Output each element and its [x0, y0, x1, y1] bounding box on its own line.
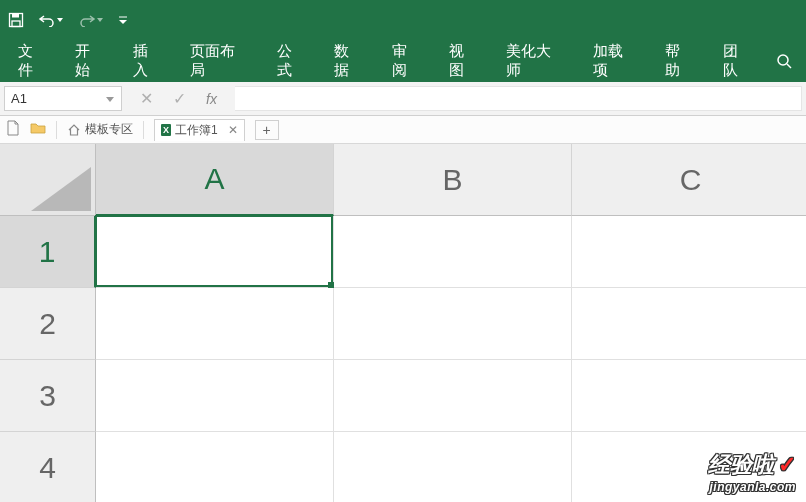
svg-point-4	[778, 55, 788, 65]
cell-c2[interactable]	[572, 288, 806, 360]
search-icon	[776, 53, 792, 69]
column-header-b[interactable]: B	[334, 144, 572, 216]
ribbon-tab-help[interactable]: 帮助	[651, 40, 708, 82]
new-file-button[interactable]	[6, 120, 20, 139]
redo-button	[78, 13, 104, 27]
ribbon-tab-insert[interactable]: 插入	[119, 40, 176, 82]
undo-icon	[38, 13, 56, 27]
cell-c3[interactable]	[572, 360, 806, 432]
template-zone-button[interactable]: 模板专区	[67, 121, 133, 138]
caret-down-icon	[105, 96, 115, 104]
row-header-1[interactable]: 1	[0, 216, 96, 288]
formula-bar: ✕ ✓ fx	[0, 82, 806, 116]
ribbon-search-button[interactable]	[766, 40, 802, 82]
insert-function-button[interactable]: fx	[206, 91, 217, 107]
row-header-4[interactable]: 4	[0, 432, 96, 502]
caret-down-icon	[56, 16, 64, 24]
excel-icon: X	[161, 124, 171, 136]
separator	[56, 121, 57, 139]
close-tab-button[interactable]: ✕	[228, 123, 238, 137]
ribbon-tab-home[interactable]: 开始	[61, 40, 118, 82]
column-headers: A B C	[96, 144, 806, 216]
template-zone-label: 模板专区	[85, 121, 133, 138]
cell-b2[interactable]	[334, 288, 572, 360]
add-tab-button[interactable]: +	[255, 120, 279, 140]
quick-access-toolbar	[8, 12, 128, 28]
column-header-c[interactable]: C	[572, 144, 806, 216]
ribbon-tab-pagelayout[interactable]: 页面布局	[176, 40, 263, 82]
name-box[interactable]	[4, 86, 122, 111]
cell-a2[interactable]	[96, 288, 334, 360]
workbook-tab[interactable]: X 工作簿1 ✕	[154, 119, 245, 141]
formula-buttons: ✕ ✓ fx	[122, 82, 235, 115]
cell-a3[interactable]	[96, 360, 334, 432]
column-header-a[interactable]: A	[96, 144, 334, 216]
cell-b4[interactable]	[334, 432, 572, 502]
ribbon-tab-review[interactable]: 审阅	[378, 40, 435, 82]
ribbon-tab-file[interactable]: 文件	[4, 40, 61, 82]
row-headers: 1 2 3 4	[0, 216, 96, 502]
title-bar	[0, 0, 806, 40]
select-all-corner[interactable]	[0, 144, 96, 216]
name-box-input[interactable]	[11, 91, 83, 106]
cell-a4[interactable]	[96, 432, 334, 502]
workbook-tab-label: 工作簿1	[175, 122, 218, 139]
svg-rect-2	[12, 21, 20, 27]
file-tabs-bar: 模板专区 X 工作簿1 ✕ +	[0, 116, 806, 144]
ribbon-tab-team[interactable]: 团队	[709, 40, 766, 82]
ribbon-tab-view[interactable]: 视图	[435, 40, 492, 82]
redo-icon	[78, 13, 96, 27]
name-box-dropdown[interactable]	[105, 90, 115, 108]
ribbon-tab-data[interactable]: 数据	[320, 40, 377, 82]
undo-button[interactable]	[38, 13, 64, 27]
formula-input[interactable]	[235, 86, 802, 111]
caret-down-icon	[118, 15, 128, 25]
sheet-grid[interactable]: A B C 1 2 3 4	[0, 144, 806, 502]
cell-c4[interactable]	[572, 432, 806, 502]
cancel-formula-button: ✕	[140, 89, 153, 108]
folder-icon	[30, 121, 46, 135]
cell-b3[interactable]	[334, 360, 572, 432]
row-header-3[interactable]: 3	[0, 360, 96, 432]
ribbon-tabs: 文件 开始 插入 页面布局 公式 数据 审阅 视图 美化大师 加载项 帮助 团队	[0, 40, 806, 82]
open-folder-button[interactable]	[30, 121, 46, 138]
file-icon	[6, 120, 20, 136]
save-button[interactable]	[8, 12, 24, 28]
home-icon	[67, 123, 81, 137]
separator	[143, 121, 144, 139]
customize-qat-button[interactable]	[118, 15, 128, 25]
row-header-2[interactable]: 2	[0, 288, 96, 360]
confirm-formula-button: ✓	[173, 89, 186, 108]
ribbon-tab-addins[interactable]: 加载项	[579, 40, 651, 82]
cell-b1[interactable]	[334, 216, 572, 288]
svg-rect-1	[12, 14, 19, 18]
caret-down-icon	[96, 16, 104, 24]
ribbon-tab-formulas[interactable]: 公式	[263, 40, 320, 82]
svg-line-5	[787, 64, 791, 68]
ribbon-tab-beautify[interactable]: 美化大师	[492, 40, 579, 82]
save-icon	[8, 12, 24, 28]
cell-a1[interactable]	[96, 216, 334, 288]
cell-c1[interactable]	[572, 216, 806, 288]
